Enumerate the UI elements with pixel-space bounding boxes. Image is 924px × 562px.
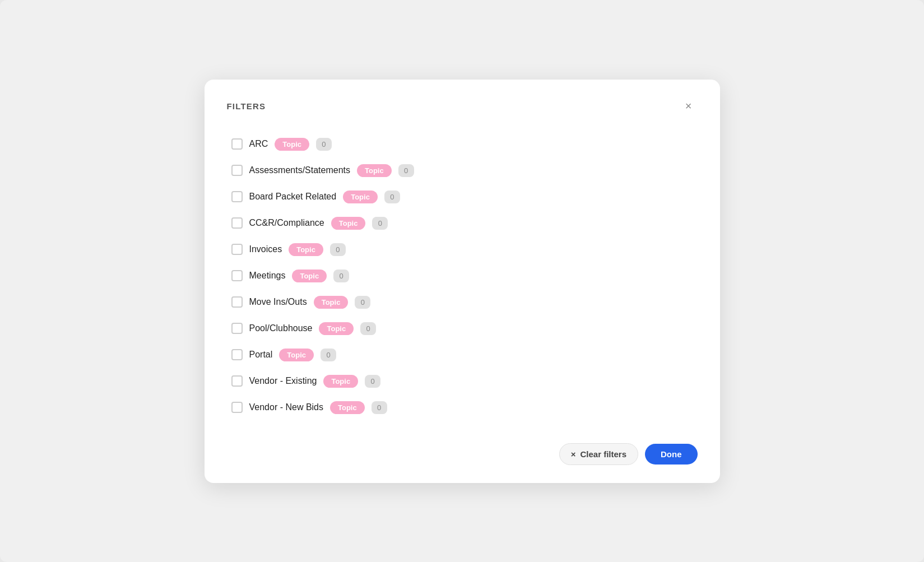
count-badge-pool-clubhouse: 0 [360,322,376,335]
checkbox-portal[interactable] [231,349,243,360]
filter-label-move-ins-outs: Move Ins/Outs [249,297,307,307]
modal-body[interactable]: ARCTopic0Assessments/StatementsTopic0Boa… [205,127,720,432]
count-badge-assessments: 0 [398,164,414,177]
filter-label-ccr: CC&R/Compliance [249,218,324,228]
filter-item: Assessments/StatementsTopic0 [227,157,698,184]
checkbox-pool-clubhouse[interactable] [231,323,243,334]
checkbox-ccr[interactable] [231,217,243,229]
topic-badge-arc[interactable]: Topic [275,138,309,151]
count-badge-vendor-existing: 0 [365,375,380,388]
checkbox-vendor-new-bids[interactable] [231,402,243,413]
filter-item: MeetingsTopic0 [227,263,698,289]
modal-header: FILTERS × [205,80,720,127]
filter-item: Board Packet RelatedTopic0 [227,184,698,210]
filter-label-invoices: Invoices [249,244,282,254]
topic-badge-vendor-existing[interactable]: Topic [323,375,358,388]
topic-badge-vendor-new-bids[interactable]: Topic [330,401,365,414]
checkbox-meetings[interactable] [231,270,243,281]
filter-label-board-packet: Board Packet Related [249,192,337,202]
screen: FILTERS × ARCTopic0Assessments/Statement… [0,0,924,562]
close-button[interactable]: × [680,97,698,115]
filter-label-vendor-new-bids: Vendor - New Bids [249,402,324,412]
checkbox-vendor-existing[interactable] [231,375,243,387]
count-badge-board-packet: 0 [384,191,400,203]
clear-filters-label: Clear filters [580,449,626,459]
filter-modal: FILTERS × ARCTopic0Assessments/Statement… [205,80,720,483]
count-badge-vendor-new-bids: 0 [372,401,387,414]
filter-label-arc: ARC [249,139,268,149]
done-button[interactable]: Done [645,444,698,465]
count-badge-portal: 0 [321,349,336,361]
filter-label-assessments: Assessments/Statements [249,165,351,175]
checkbox-move-ins-outs[interactable] [231,296,243,308]
topic-badge-assessments[interactable]: Topic [357,164,392,177]
topic-badge-pool-clubhouse[interactable]: Topic [319,322,354,335]
checkbox-invoices[interactable] [231,244,243,255]
filter-item: ARCTopic0 [227,131,698,157]
checkbox-assessments[interactable] [231,165,243,176]
checkbox-arc[interactable] [231,138,243,150]
topic-badge-move-ins-outs[interactable]: Topic [314,296,349,309]
modal-title: FILTERS [227,101,266,111]
filter-item: Move Ins/OutsTopic0 [227,289,698,315]
topic-badge-portal[interactable]: Topic [279,349,314,361]
topic-badge-board-packet[interactable]: Topic [343,191,378,203]
count-badge-invoices: 0 [330,243,346,256]
topic-badge-invoices[interactable]: Topic [289,243,323,256]
topic-badge-meetings[interactable]: Topic [292,270,327,282]
filter-item: CC&R/ComplianceTopic0 [227,210,698,236]
count-badge-meetings: 0 [333,270,349,282]
count-badge-arc: 0 [316,138,332,151]
filter-item: InvoicesTopic0 [227,236,698,263]
filter-item: PortalTopic0 [227,342,698,368]
clear-filters-button[interactable]: × Clear filters [559,443,638,465]
topic-badge-ccr[interactable]: Topic [331,217,366,230]
filter-item: Vendor - New BidsTopic0 [227,394,698,421]
checkbox-board-packet[interactable] [231,191,243,202]
filter-item: Vendor - ExistingTopic0 [227,368,698,394]
filter-label-pool-clubhouse: Pool/Clubhouse [249,323,313,333]
filter-label-meetings: Meetings [249,271,286,281]
filter-label-portal: Portal [249,350,273,360]
count-badge-move-ins-outs: 0 [355,296,370,309]
filter-item: Pool/ClubhouseTopic0 [227,315,698,342]
count-badge-ccr: 0 [372,217,388,230]
filter-label-vendor-existing: Vendor - Existing [249,376,317,386]
modal-overlay: FILTERS × ARCTopic0Assessments/Statement… [0,0,924,562]
modal-footer: × Clear filters Done [205,432,720,483]
clear-icon: × [571,449,576,459]
